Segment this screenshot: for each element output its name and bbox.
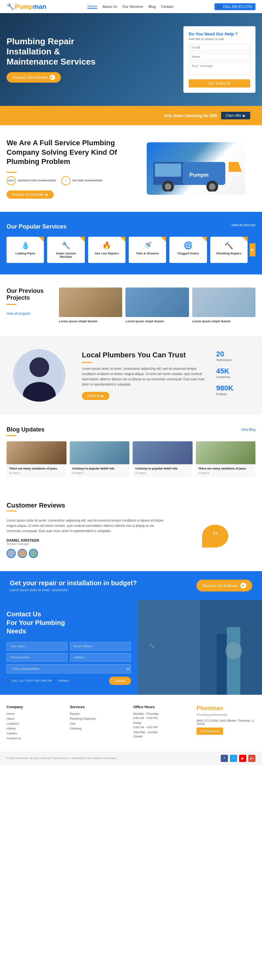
form-message-input[interactable] [189,62,250,75]
blog-card-4[interactable]: There are many variations of pass. 07 Ma… [196,441,256,477]
stat-technicians: 20 Technicians [216,350,256,362]
footer-link-careers[interactable]: Careers [6,732,63,735]
footer-link-locations[interactable]: Locations [6,722,63,725]
about-cta-button[interactable]: Request Job Estimate ▶ [6,191,54,199]
avatar-3[interactable] [29,549,38,558]
about-divider [6,172,16,173]
form-subtext: Feel free to contact us now [189,37,250,41]
contact-email-input[interactable] [70,642,131,651]
review-body: Lorem ipsum dolor sit amet, consectetur … [6,518,168,534]
service-card-sewer[interactable]: 🔧 Sewer System Backups [47,237,84,263]
footer-services-col: Services Repairs Plumbing Diagnosis Gas … [70,705,126,741]
logo[interactable]: 🔧 Pumpman [6,3,46,11]
blog-card-2[interactable]: Contrary to popular belief rela 07 March [70,441,130,477]
services-grid: 💧 Leaking Pipes 🔧 Sewer System Backups 🔥… [6,237,248,263]
cta-banner-section: Get your repair or installation in budge… [0,571,262,600]
facebook-icon[interactable]: f [221,755,228,762]
footer-link-home[interactable]: Home [6,712,63,716]
project-title-3: Lorem ipsum simpli dummi [192,320,256,323]
hours-item-4: Saturday - Sunday [133,730,190,734]
claim-offer-button[interactable]: Claim offer ▶ [221,112,250,119]
blog-date-3: 07 March [135,471,190,474]
hero-cta-button[interactable]: Request Job Estimate ▶ [6,72,61,83]
person-avatar [13,349,65,402]
blog-image-4 [196,441,256,464]
footer-link-about[interactable]: About [6,717,63,720]
contact-form-grid: I have a leak problem [6,642,131,673]
trust-title: Local Plumbers You Can Trust [82,351,206,360]
blog-card-3[interactable]: Contrary to popular belief rela 07 March [133,441,192,477]
project-card-3: Lorem ipsum simpli dummi [192,288,256,323]
ontime-circle: ✓ [61,176,70,185]
service-card-repairs[interactable]: 🔨 Plumbing Repairs [210,237,248,263]
view-all-projects-link[interactable]: View all projects [6,312,30,315]
drain-offer-card: Any drain cleaning for $99 Claim offer ▶ [159,109,256,122]
avatar-2[interactable] [18,549,27,558]
contact-submit-button[interactable]: Submit [109,677,131,685]
nav-contact[interactable]: Contact [161,5,173,8]
svg-point-17 [225,642,242,659]
service-label-tubs: Tubs & Showers [132,252,163,255]
form-email-input[interactable] [189,44,250,51]
contact-section: Contact Us For Your Plumbing Needs I hav… [0,600,262,695]
quote-bubble-icon: " [202,525,228,547]
services-header: Our Popular Services View all services [6,223,256,230]
nav-blog[interactable]: Blog [148,5,156,8]
contact-name-input[interactable] [6,642,67,651]
contact-left-panel: Contact Us For Your Plumbing Needs I hav… [0,600,138,695]
reviewer-avatars [6,549,168,558]
quote-button[interactable]: GET A QUOTE [189,80,250,88]
footer-link-contact[interactable]: Contact Us [6,737,63,740]
hero-content: Plumbing Repair Installation & Maintenan… [6,37,183,83]
hours-item-0: Monday - Thursday [133,712,190,716]
footer-link-diagnosis[interactable]: Plumbing Diagnosis [70,717,126,720]
repairs-icon: 🔨 [214,241,244,250]
googleplus-icon[interactable]: g+ [248,755,256,762]
badge-satisfaction: 100% SATISFACTION GUARANTEED [6,176,56,185]
youtube-icon[interactable]: ▶ [239,755,246,762]
nav-links: Home About Us Our Services Blog Contact [87,4,173,9]
blog-card-1[interactable]: There are many variations of pass. 30 Ma… [6,441,67,477]
about-text: We Are A Full Service Plumbing Company S… [6,138,126,199]
cta-subtitle: Lorem ipsum dolor sit amet, consectetur. [10,588,137,592]
nav-phone[interactable]: 📞 CALL 555 872-2755 [214,3,256,10]
main-nav: 🔧 Pumpman Home About Us Our Services Blo… [0,0,262,13]
cta-request-button[interactable]: Request Job Estimate ▶ [197,580,252,592]
footer-link-cleaning[interactable]: Cleaning [70,727,126,730]
blog-info-1: There are many variations of pass. 30 Ma… [6,464,67,477]
blog-header: Blog Updates View Blog [6,426,256,433]
nav-services[interactable]: Our Services [122,5,143,8]
twitter-icon[interactable]: t [230,755,237,762]
drain-banner: Any drain cleaning for $99 Claim offer ▶ [0,106,262,125]
footer-link-repairs[interactable]: Repairs [70,712,126,716]
directions-button[interactable]: Get Directions [197,727,223,735]
project-image-1 [59,288,122,317]
trust-cta-button[interactable]: About Us ▶ [82,392,110,400]
view-blog-link[interactable]: View Blog [241,428,256,431]
form-phone-input[interactable] [189,53,250,60]
contact-problem-select[interactable]: I have a leak problem [6,664,131,673]
contact-address-input[interactable] [70,653,131,662]
footer-link-gas[interactable]: Gas [70,722,126,725]
service-card-clogged[interactable]: 🌀 Clogged Drains [169,237,206,263]
view-all-services-link[interactable]: View all services [231,223,256,227]
nav-home[interactable]: Home [87,4,97,9]
footer-company-heading: Company [6,705,63,709]
service-card-gas[interactable]: 🔥 Gas Line Repairs [88,237,125,263]
avatar-1[interactable] [6,549,16,558]
service-card-tubs[interactable]: 🚿 Tubs & Showers [129,237,166,263]
sewer-icon: 🔧 [51,241,81,250]
carousel-next-button[interactable]: ▶ [249,243,256,256]
footer-link-history[interactable]: History [6,727,63,730]
contact-phone-input[interactable] [6,653,67,662]
service-card-leaking-pipes[interactable]: 💧 Leaking Pipes [6,237,44,263]
services-title-block: Our Popular Services [6,223,67,230]
nav-about[interactable]: About Us [103,5,117,8]
project-title-1: Lorem ipsum simpli dummi [59,320,122,323]
review-text: Lorem ipsum dolor sit amet, consectetur … [6,518,168,558]
svg-marker-9 [229,162,242,172]
contact-title: Contact Us For Your Plumbing Needs [6,610,131,635]
project-card-2: Lorem ipsum simpli dummi [125,288,189,323]
blog-underline [6,435,16,436]
footer-services-heading: Services [70,705,126,709]
